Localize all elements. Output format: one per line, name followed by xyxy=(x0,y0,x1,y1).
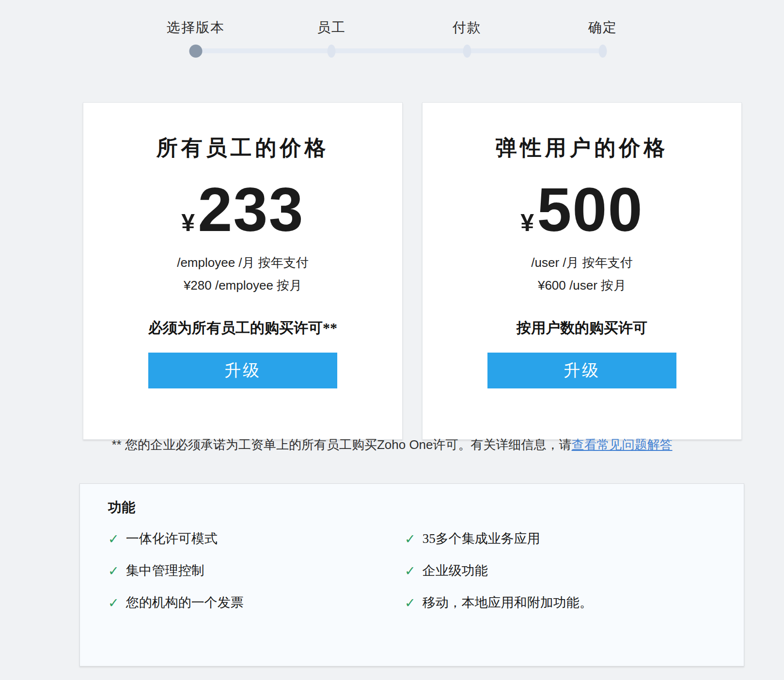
plan-card-all-employees: 所有员工的价格 ¥233 /employee /月 按年支付 ¥280 /emp… xyxy=(83,102,403,440)
check-icon: ✓ xyxy=(108,595,119,610)
currency-symbol: ¥ xyxy=(520,209,534,236)
feature-label: 35多个集成业务应用 xyxy=(423,530,540,547)
stepper-dot-active xyxy=(189,45,203,58)
currency-symbol: ¥ xyxy=(181,209,195,236)
plan-price: 500 xyxy=(537,175,643,244)
billing-term-monthly: ¥600 /user 按月 xyxy=(423,277,741,294)
features-grid: ✓ 一体化许可模式 ✓ 35多个集成业务应用 ✓ 集中管理控制 ✓ 企业级功能 … xyxy=(108,523,724,618)
plan-title: 所有员工的价格 xyxy=(83,103,402,162)
check-icon: ✓ xyxy=(405,595,416,610)
license-note: 按用户数的购买许可 xyxy=(423,318,741,338)
feature-label: 您的机构的一个发票 xyxy=(126,594,244,611)
check-icon: ✓ xyxy=(108,563,119,578)
features-panel: 功能 ✓ 一体化许可模式 ✓ 35多个集成业务应用 ✓ 集中管理控制 ✓ 企业级… xyxy=(79,483,744,666)
billing-term-annual: /employee /月 按年支付 xyxy=(83,254,402,271)
feature-label: 移动，本地应用和附加功能。 xyxy=(423,594,593,611)
footnote: ** 您的企业必须承诺为工资单上的所有员工购买Zoho One许可。有关详细信息… xyxy=(0,436,784,453)
stepper-step-employees: 员工 xyxy=(317,18,346,37)
feature-item: ✓ 移动，本地应用和附加功能。 xyxy=(405,587,724,618)
stepper-step-confirm: 确定 xyxy=(588,18,617,37)
features-heading: 功能 xyxy=(108,498,135,517)
feature-label: 企业级功能 xyxy=(423,562,488,579)
faq-link[interactable]: 查看常见问题解答 xyxy=(572,437,673,452)
plan-price-row: ¥500 xyxy=(423,179,741,241)
stepper-dot xyxy=(463,45,471,58)
check-icon: ✓ xyxy=(108,531,119,546)
license-note: 必须为所有员工的购买许可** xyxy=(83,318,402,338)
upgrade-button-all-employees[interactable]: 升级 xyxy=(148,353,337,388)
feature-item: ✓ 35多个集成业务应用 xyxy=(405,523,724,555)
stepper-dot xyxy=(599,45,607,58)
check-icon: ✓ xyxy=(405,563,416,578)
plan-title: 弹性用户的价格 xyxy=(423,103,741,162)
feature-item: ✓ 集中管理控制 xyxy=(108,555,405,587)
upgrade-button-flexible-users[interactable]: 升级 xyxy=(487,353,676,388)
billing-term-monthly: ¥280 /employee 按月 xyxy=(83,277,402,294)
footnote-text: ** 您的企业必须承诺为工资单上的所有员工购买Zoho One许可。有关详细信息… xyxy=(111,437,571,452)
feature-label: 一体化许可模式 xyxy=(126,530,218,547)
check-icon: ✓ xyxy=(405,531,416,546)
plan-card-flexible-users: 弹性用户的价格 ¥500 /user /月 按年支付 ¥600 /user 按月… xyxy=(422,102,742,440)
feature-label: 集中管理控制 xyxy=(126,562,204,579)
billing-term-annual: /user /月 按年支付 xyxy=(423,254,741,271)
plan-price: 233 xyxy=(198,175,304,244)
stepper-dot xyxy=(328,45,336,58)
feature-item: ✓ 您的机构的一个发票 xyxy=(108,587,405,618)
feature-item: ✓ 企业级功能 xyxy=(405,555,724,587)
wizard-stepper: 选择版本 员工 付款 确定 xyxy=(0,0,784,77)
stepper-step-payment: 付款 xyxy=(453,18,482,37)
feature-item: ✓ 一体化许可模式 xyxy=(108,523,405,555)
plan-price-row: ¥233 xyxy=(83,179,402,241)
stepper-step-select-edition: 选择版本 xyxy=(167,18,225,37)
stepper-track xyxy=(196,48,603,53)
